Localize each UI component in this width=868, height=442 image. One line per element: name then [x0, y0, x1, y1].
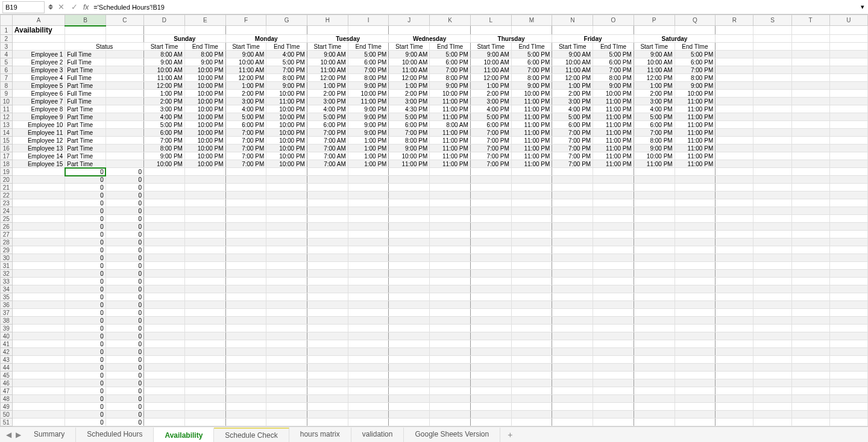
- cell-O14[interactable]: 11:00 PM: [593, 129, 634, 137]
- cell-G18[interactable]: 10:00 PM: [266, 160, 307, 168]
- cell-G12[interactable]: 10:00 PM: [266, 113, 307, 121]
- cell-Q51[interactable]: [675, 419, 715, 426]
- cell-H7[interactable]: 12:00 PM: [307, 74, 348, 82]
- cell-N3[interactable]: Start Time: [552, 43, 593, 51]
- cell-C16[interactable]: [105, 145, 143, 152]
- cell-C8[interactable]: [105, 82, 143, 90]
- row-header-20[interactable]: 20: [1, 176, 13, 184]
- cell-L17[interactable]: 7:00 PM: [470, 152, 511, 160]
- row-header-2[interactable]: 2: [1, 35, 13, 43]
- row-header-42[interactable]: 42: [1, 348, 13, 356]
- cell-C43[interactable]: 0: [105, 356, 143, 364]
- col-header-N[interactable]: N: [552, 15, 593, 26]
- cell-M17[interactable]: 11:00 PM: [511, 152, 552, 160]
- cell-J8[interactable]: 1:00 PM: [389, 82, 430, 90]
- cell-U18[interactable]: [829, 160, 867, 168]
- cell-H25[interactable]: [307, 215, 348, 223]
- row-header-26[interactable]: 26: [1, 223, 13, 231]
- cell-Q31[interactable]: [675, 262, 715, 270]
- cell-D14[interactable]: 6:00 PM: [144, 129, 185, 137]
- cell-I44[interactable]: [348, 364, 389, 372]
- col-header-G[interactable]: G: [266, 15, 307, 26]
- cell-S1[interactable]: [753, 26, 791, 35]
- cell-O1[interactable]: [593, 26, 634, 35]
- col-header-M[interactable]: M: [511, 15, 552, 26]
- cell-C12[interactable]: [105, 113, 143, 121]
- cell-P16[interactable]: 9:00 PM: [634, 145, 675, 152]
- cell-S29[interactable]: [753, 246, 791, 254]
- cell-I50[interactable]: [348, 411, 389, 419]
- cell-U6[interactable]: [829, 66, 867, 74]
- cell-N9[interactable]: 2:00 PM: [552, 90, 593, 98]
- cell-A17[interactable]: Employee 14: [12, 152, 65, 160]
- cell-J39[interactable]: [389, 325, 430, 332]
- cell-J31[interactable]: [389, 262, 430, 270]
- cell-S39[interactable]: [753, 325, 791, 332]
- cell-T44[interactable]: [791, 364, 829, 372]
- cell-E35[interactable]: [184, 293, 225, 301]
- cell-O24[interactable]: [593, 207, 634, 215]
- cell-H27[interactable]: [307, 231, 348, 238]
- cell-T36[interactable]: [791, 301, 829, 309]
- cell-S19[interactable]: [753, 168, 791, 176]
- cell-N27[interactable]: [552, 231, 593, 238]
- cell-B48[interactable]: 0: [65, 395, 106, 403]
- cell-O16[interactable]: 11:00 PM: [593, 145, 634, 152]
- cell-O48[interactable]: [593, 395, 634, 403]
- cell-D26[interactable]: [144, 223, 185, 231]
- cell-C47[interactable]: 0: [105, 387, 143, 395]
- cell-P45[interactable]: [634, 372, 675, 379]
- cell-K16[interactable]: 11:00 PM: [430, 145, 471, 152]
- cell-H32[interactable]: [307, 270, 348, 278]
- cell-F45[interactable]: [225, 372, 266, 379]
- cell-P23[interactable]: [634, 199, 675, 207]
- cell-B51[interactable]: 0: [65, 419, 106, 426]
- accept-icon[interactable]: ✓: [68, 2, 81, 11]
- cell-U2[interactable]: [829, 35, 867, 43]
- cell-I43[interactable]: [348, 356, 389, 364]
- cell-F19[interactable]: [225, 168, 266, 176]
- cell-O35[interactable]: [593, 293, 634, 301]
- cell-K43[interactable]: [430, 356, 471, 364]
- cell-H47[interactable]: [307, 387, 348, 395]
- formula-expand-icon[interactable]: ▾: [857, 3, 868, 11]
- cell-O51[interactable]: [593, 419, 634, 426]
- cell-M36[interactable]: [511, 301, 552, 309]
- cell-I13[interactable]: 9:00 PM: [348, 121, 389, 129]
- cell-L11[interactable]: 4:00 PM: [470, 105, 511, 113]
- cell-G23[interactable]: [266, 199, 307, 207]
- cell-B20[interactable]: 0: [65, 176, 106, 184]
- cell-M11[interactable]: 11:00 PM: [511, 105, 552, 113]
- cell-J29[interactable]: [389, 246, 430, 254]
- cell-L20[interactable]: [470, 176, 511, 184]
- row-header-49[interactable]: 49: [1, 403, 13, 411]
- cell-G24[interactable]: [266, 207, 307, 215]
- cell-U42[interactable]: [829, 348, 867, 356]
- cell-J5[interactable]: 10:00 AM: [389, 58, 430, 66]
- cell-M23[interactable]: [511, 199, 552, 207]
- cell-B30[interactable]: 0: [65, 254, 106, 262]
- cell-M24[interactable]: [511, 207, 552, 215]
- cell-O28[interactable]: [593, 238, 634, 246]
- cell-U43[interactable]: [829, 356, 867, 364]
- cell-S17[interactable]: [753, 152, 791, 160]
- cell-S37[interactable]: [753, 309, 791, 317]
- cell-C20[interactable]: 0: [105, 176, 143, 184]
- cell-O19[interactable]: [593, 168, 634, 176]
- cell-L10[interactable]: 3:00 PM: [470, 98, 511, 105]
- row-header-27[interactable]: 27: [1, 231, 13, 238]
- cell-L22[interactable]: [470, 191, 511, 199]
- cell-M39[interactable]: [511, 325, 552, 332]
- cell-Q23[interactable]: [675, 199, 715, 207]
- cell-P20[interactable]: [634, 176, 675, 184]
- cell-B49[interactable]: 0: [65, 403, 106, 411]
- cell-A35[interactable]: [12, 293, 65, 301]
- cell-R29[interactable]: [715, 246, 753, 254]
- cell-P26[interactable]: [634, 223, 675, 231]
- cell-K45[interactable]: [430, 372, 471, 379]
- cell-C48[interactable]: 0: [105, 395, 143, 403]
- cell-L42[interactable]: [470, 348, 511, 356]
- cell-F31[interactable]: [225, 262, 266, 270]
- cell-L7[interactable]: 12:00 PM: [470, 74, 511, 82]
- cell-S46[interactable]: [753, 379, 791, 387]
